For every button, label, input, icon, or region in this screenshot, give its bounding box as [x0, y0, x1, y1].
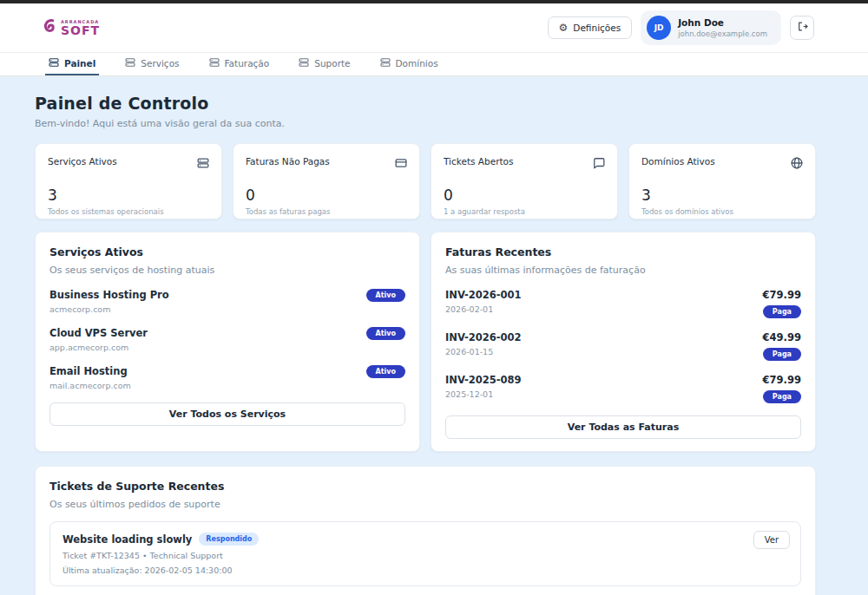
service-row: Email Hosting mail.acmecorp.com Ativo — [49, 365, 405, 390]
main-content: Painel de Controlo Bem-vindo! Aqui está … — [0, 76, 868, 595]
globe-icon — [791, 156, 803, 173]
ticket-card: Website loading slowly Respondido Ticket… — [49, 521, 801, 586]
tickets-panel-title: Tickets de Suporte Recentes — [49, 480, 801, 493]
stat-card-faturas-nao-pagas: Faturas Não Pagas 0 Todas as faturas pag… — [233, 143, 420, 219]
tab-servicos[interactable]: Serviços — [122, 53, 182, 75]
service-domain: mail.acmecorp.com — [49, 381, 131, 390]
tab-label: Serviços — [141, 58, 179, 69]
stats-row: Serviços Ativos 3 Todos os sistemas oper… — [35, 143, 816, 219]
invoice-row: INV-2025-089 2025-12-01 €79.99 Paga — [445, 374, 801, 403]
tab-label: Faturação — [225, 58, 270, 69]
ticket-title: Website loading slowly — [62, 533, 192, 546]
stat-subtitle: Todos os domínios ativos — [641, 207, 803, 216]
page-title: Painel de Controlo — [35, 94, 816, 113]
stat-card-servicos-ativos: Serviços Ativos 3 Todos os sistemas oper… — [35, 143, 222, 219]
invoices-panel: Faturas Recentes As suas últimas informa… — [431, 232, 816, 452]
status-badge: Ativo — [366, 327, 405, 340]
server-icon — [209, 57, 220, 69]
invoices-panel-title: Faturas Recentes — [445, 245, 801, 258]
invoice-amount: €49.99 — [763, 331, 801, 343]
tab-dominios[interactable]: Domínios — [377, 53, 442, 75]
message-square-icon — [593, 156, 605, 173]
stat-value: 3 — [48, 186, 209, 204]
ticket-updated: Última atualização: 2026-02-05 14:30:00 — [62, 566, 788, 575]
invoice-date: 2025-12-01 — [445, 389, 522, 399]
stat-subtitle: 1 a aguardar resposta — [444, 207, 605, 216]
service-name: Email Hosting — [49, 365, 131, 377]
gear-icon: ⚙ — [559, 23, 569, 33]
services-panel: Serviços Ativos Os seus serviços de host… — [35, 232, 420, 452]
user-menu[interactable]: JD John Doe john.doe@example.com — [641, 10, 781, 45]
service-row: Cloud VPS Server app.acmecorp.com Ativo — [49, 327, 405, 352]
status-badge: Paga — [763, 305, 801, 318]
status-badge: Ativo — [366, 289, 405, 302]
invoice-row: INV-2026-001 2026-02-01 €79.99 Paga — [445, 289, 801, 318]
ticket-status-badge: Respondido — [199, 533, 259, 546]
stat-title: Tickets Abertos — [444, 156, 514, 167]
tab-suporte[interactable]: Suporte — [295, 53, 353, 75]
stat-card-tickets-abertos: Tickets Abertos 0 1 a aguardar resposta — [431, 143, 618, 219]
tickets-panel-subtitle: Os seus últimos pedidos de suporte — [49, 499, 801, 510]
service-row: Business Hosting Pro acmecorp.com Ativo — [49, 289, 405, 314]
service-domain: app.acmecorp.com — [49, 343, 148, 352]
stat-title: Domínios Ativos — [641, 156, 715, 167]
tab-label: Painel — [64, 58, 95, 69]
brand-logo: ARRANCADA SOFT — [42, 18, 100, 37]
stat-value: 3 — [641, 186, 803, 204]
stat-subtitle: Todas as faturas pagas — [246, 207, 407, 216]
tab-painel[interactable]: Painel — [45, 53, 99, 75]
app-header: ARRANCADA SOFT ⚙ Definições JD John Doe … — [0, 3, 868, 52]
brand-swirl-icon — [42, 18, 57, 37]
stat-title: Serviços Ativos — [48, 156, 117, 167]
stat-value: 0 — [444, 186, 605, 204]
brand-name-large: SOFT — [61, 24, 100, 36]
invoice-row: INV-2026-002 2026-01-15 €49.99 Paga — [445, 331, 801, 361]
services-panel-title: Serviços Ativos — [49, 245, 405, 258]
stat-subtitle: Todos os sistemas operacionais — [48, 207, 209, 216]
main-nav: Painel Serviços Faturação Suporte Domíni… — [0, 52, 868, 76]
server-icon — [125, 57, 135, 69]
logout-icon — [797, 21, 808, 35]
invoice-date: 2026-02-01 — [445, 304, 522, 314]
invoice-number: INV-2025-089 — [445, 374, 522, 386]
view-all-invoices-button[interactable]: Ver Todas as Faturas — [445, 415, 801, 439]
invoices-panel-subtitle: As suas últimas informações de faturação — [445, 265, 801, 276]
server-icon — [380, 57, 391, 69]
page-subtitle: Bem-vindo! Aqui está uma visão geral da … — [35, 118, 816, 129]
service-domain: acmecorp.com — [49, 304, 169, 314]
user-name: John Doe — [678, 17, 767, 28]
services-panel-subtitle: Os seus serviços de hosting atuais — [49, 265, 405, 276]
stat-value: 0 — [246, 186, 407, 204]
server-icon — [299, 57, 309, 69]
settings-button-label: Definições — [573, 23, 621, 33]
stat-title: Faturas Não Pagas — [246, 156, 330, 167]
service-name: Business Hosting Pro — [49, 289, 169, 301]
user-email: john.doe@example.com — [678, 29, 767, 38]
service-name: Cloud VPS Server — [49, 327, 148, 339]
server-icon — [49, 57, 59, 69]
invoice-date: 2026-01-15 — [445, 347, 522, 356]
view-ticket-button[interactable]: Ver — [753, 531, 790, 549]
avatar: JD — [647, 16, 671, 40]
invoice-number: INV-2026-001 — [445, 289, 522, 301]
tab-label: Suporte — [314, 58, 350, 69]
invoice-number: INV-2026-002 — [445, 331, 522, 343]
tickets-panel: Tickets de Suporte Recentes Os seus últi… — [35, 466, 816, 595]
credit-card-icon — [395, 156, 407, 173]
tab-faturacao[interactable]: Faturação — [206, 53, 273, 75]
view-all-services-button[interactable]: Ver Todos os Serviços — [49, 402, 405, 426]
server-icon — [197, 156, 209, 173]
settings-button[interactable]: ⚙ Definições — [548, 16, 633, 39]
logout-button[interactable] — [790, 16, 814, 40]
stat-card-dominios-ativos: Domínios Ativos 3 Todos os domínios ativ… — [628, 143, 816, 219]
tab-label: Domínios — [396, 58, 438, 69]
status-badge: Ativo — [366, 365, 405, 378]
invoice-amount: €79.99 — [763, 374, 801, 386]
status-badge: Paga — [763, 390, 801, 403]
status-badge: Paga — [763, 348, 801, 361]
invoice-amount: €79.99 — [763, 289, 801, 301]
ticket-meta: Ticket #TKT-12345 • Technical Support — [62, 551, 788, 560]
